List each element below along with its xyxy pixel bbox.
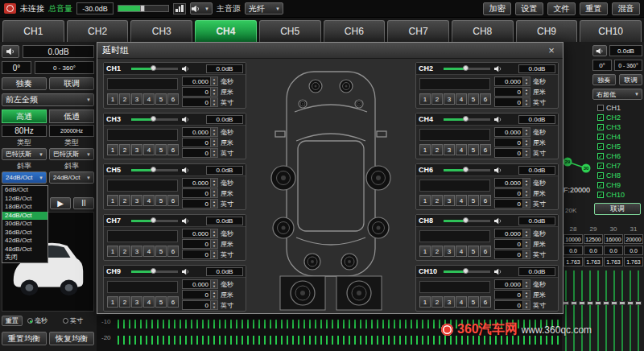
spinner[interactable]: ▲▼ [523,188,530,198]
delay-preset-button-4[interactable]: 4 [456,296,467,308]
delay-preset-button-6[interactable]: 6 [167,93,179,105]
spinner[interactable]: ▲▼ [523,178,530,188]
delay-fine-slider[interactable] [107,78,178,90]
play-button[interactable]: ▶ [50,197,71,209]
delay-preset-button-1[interactable]: 1 [419,246,431,257]
speaker-icon[interactable] [493,268,502,275]
eq-freq-value[interactable]: 10000 [564,234,583,244]
delay-fine-slider[interactable] [107,230,178,242]
eq-freq-value[interactable]: 16000 [604,234,623,244]
channel-check-ch10[interactable]: ✓CH10 [597,190,641,199]
restore-eq-button[interactable]: 恢复均衡 [49,332,94,345]
slope-option[interactable]: 24dB/Oct [2,212,47,221]
delay-reset-button[interactable]: 重置 [2,316,23,326]
delay-inch-value[interactable]: 0 [182,148,211,158]
delay-preset-button-3[interactable]: 3 [131,93,142,105]
highpass-freq-value[interactable]: 80Hz [2,125,47,137]
delay-preset-button-5[interactable]: 5 [155,246,167,257]
lp-type-select[interactable]: 巴特沃斯▼ [49,148,94,160]
tab-ch7[interactable]: CH7 [387,20,449,42]
delay-inch-value[interactable]: 0 [494,97,523,107]
delay-slider[interactable] [444,220,490,222]
lowpass-freq-value[interactable]: 20000Hz [49,125,94,137]
speaker-icon[interactable] [493,167,502,174]
eq-fader[interactable] [618,270,626,351]
delay-fine-slider[interactable] [107,180,178,192]
delay-preset-button-2[interactable]: 2 [431,296,443,308]
delay-ms-value[interactable]: 0.000 [494,279,523,289]
channel-check-ch9[interactable]: ✓CH9 [597,180,641,189]
delay-fine-slider[interactable] [419,230,490,242]
reset-button[interactable]: 重置 [580,2,608,15]
solo-button[interactable]: 独奏 [2,77,47,90]
delay-slider[interactable] [131,169,178,171]
unit-ms-radio[interactable]: 毫秒 [27,316,47,325]
tab-ch10[interactable]: CH10 [580,20,642,42]
spinner[interactable]: ▲▼ [211,127,218,137]
eq-fader[interactable] [570,270,578,351]
phase-range-value[interactable]: 0 - 360° [35,61,94,74]
delay-cm-value[interactable]: 0 [182,290,211,299]
delay-fine-slider[interactable] [419,78,490,90]
delay-preset-button-1[interactable]: 1 [419,93,431,105]
channel-check-ch2[interactable]: ✓CH2 [597,113,641,122]
delay-preset-button-3[interactable]: 3 [131,296,142,308]
channel-name-select[interactable]: 前左全频 ▼ [2,93,94,106]
speaker-icon[interactable] [493,217,502,225]
eq-fader[interactable] [578,270,586,351]
tab-ch3[interactable]: CH3 [130,20,192,42]
delay-preset-button-3[interactable]: 3 [131,195,142,206]
delay-inch-value[interactable]: 0 [182,97,211,107]
delay-cm-value[interactable]: 0 [182,188,211,198]
settings-button[interactable]: 设置 [515,2,543,15]
phase-value[interactable]: 0° [592,60,612,71]
speaker-icon[interactable] [181,65,190,72]
speaker-icon[interactable] [181,217,190,225]
slope-option[interactable]: 18dB/Oct [2,203,47,212]
spinner[interactable]: ▲▼ [211,199,218,209]
reset-eq-button[interactable]: 重置均衡 [2,332,47,345]
delay-preset-button-4[interactable]: 4 [143,246,155,257]
eq-fader[interactable] [586,270,594,351]
spinner[interactable]: ▲▼ [211,290,218,299]
solo-button[interactable]: 独奏 [592,74,616,85]
spinner[interactable]: ▲▼ [523,290,530,299]
delay-slider[interactable] [444,169,490,171]
delay-preset-button-2[interactable]: 2 [431,246,443,257]
delay-slider[interactable] [131,220,178,222]
delay-inch-value[interactable]: 0 [494,148,523,158]
delay-preset-button-3[interactable]: 3 [444,144,455,155]
delay-preset-button-6[interactable]: 6 [480,93,491,105]
channel-check-ch8[interactable]: ✓CH8 [597,171,641,180]
spinner[interactable]: ▲▼ [523,199,530,209]
delay-preset-button-2[interactable]: 2 [119,144,130,155]
eq-fader[interactable] [634,270,642,351]
delay-preset-button-5[interactable]: 5 [155,195,167,206]
eq-gain-value[interactable]: 0.0 [624,246,643,255]
eq-fader[interactable] [594,270,602,351]
delay-inch-value[interactable]: 0 [182,199,211,209]
eq-fader[interactable] [626,270,634,351]
spinner[interactable]: ▲▼ [523,229,530,238]
delay-slider[interactable] [131,68,178,70]
delay-preset-button-3[interactable]: 3 [444,246,455,257]
channel-check-ch6[interactable]: ✓CH6 [597,151,641,160]
link-button[interactable]: 联调 [619,74,642,85]
delay-slider[interactable] [444,118,490,121]
hp-slope-select[interactable]: 24dB/Oct▼ [2,171,47,184]
spinner[interactable]: ▲▼ [211,239,218,249]
link-all-button[interactable]: 联调 [594,203,641,215]
delay-preset-button-4[interactable]: 4 [143,296,155,308]
slope-option[interactable]: 关闭 [2,254,47,262]
dialog-titlebar[interactable]: 延时组 × [97,43,563,59]
delay-ms-value[interactable]: 0.000 [494,229,523,238]
spinner[interactable]: ▲▼ [523,127,530,137]
eq-q-value[interactable]: 1.763 [564,257,583,266]
delay-preset-button-5[interactable]: 5 [468,93,479,105]
highpass-tab[interactable]: 高通 [2,109,47,123]
delay-slider[interactable] [131,118,178,121]
spinner[interactable]: ▲▼ [211,279,218,289]
slope-option[interactable]: 36dB/Oct [2,229,47,237]
lp-slope-select[interactable]: 24dB/Oct▼ [49,171,94,184]
channel-check-ch3[interactable]: ✓CH3 [597,122,641,131]
